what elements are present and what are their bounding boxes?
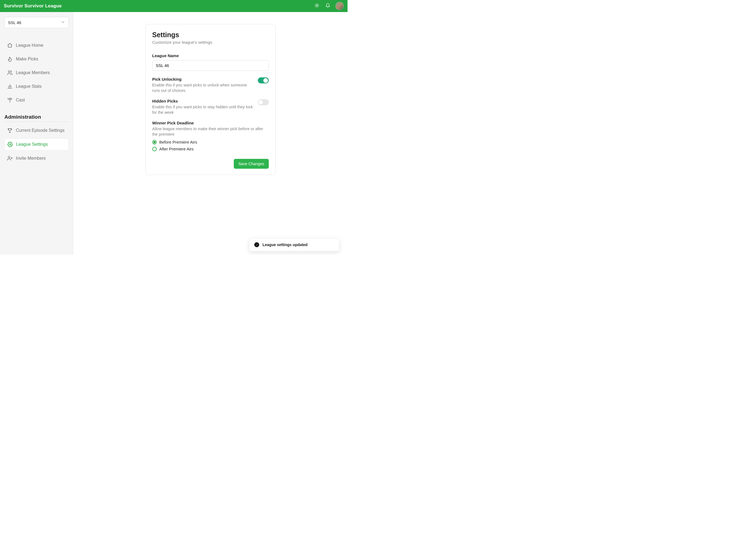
bell-icon <box>325 3 330 9</box>
theme-toggle-button[interactable] <box>312 1 322 11</box>
sidebar-item-label: League Home <box>16 43 44 48</box>
sidebar: SSL 46 League Home Make Picks League Mem… <box>0 12 73 255</box>
divider <box>4 122 69 122</box>
sidebar-item-league-stats[interactable]: League Stats <box>4 81 69 92</box>
check-circle-icon <box>254 242 259 247</box>
svg-line-3 <box>315 4 316 4</box>
sidebar-item-league-members[interactable]: League Members <box>4 67 69 78</box>
sidebar-item-league-home[interactable]: League Home <box>4 40 69 51</box>
sidebar-item-cast[interactable]: Cast <box>4 94 69 106</box>
toast-message: League settings updated <box>262 243 308 247</box>
svg-point-14 <box>9 144 11 145</box>
chevron-down-icon <box>61 20 65 25</box>
sidebar-item-current-episode-settings[interactable]: Current Episode Settings <box>4 125 69 136</box>
radio-before-premiere[interactable]: Before Premiere Airs <box>152 140 269 144</box>
users-icon <box>7 70 12 75</box>
league-name-label: League Name <box>152 53 269 58</box>
pick-unlocking-desc: Enable this if you want picks to unlock … <box>152 82 254 93</box>
hidden-picks-desc: Enable this if you want picks to stay hi… <box>152 104 254 115</box>
settings-icon <box>7 142 13 147</box>
winner-deadline-title: Winner Pick Deadline <box>152 121 269 125</box>
card-title: Settings <box>152 31 269 39</box>
admin-heading: Administration <box>4 114 69 120</box>
radio-label: Before Premiere Airs <box>159 140 197 144</box>
hidden-picks-title: Hidden Picks <box>152 99 254 103</box>
save-button[interactable]: Save Changes <box>234 159 268 169</box>
hidden-picks-toggle[interactable] <box>258 99 269 105</box>
svg-line-7 <box>315 6 316 7</box>
user-plus-icon <box>7 156 12 161</box>
main-content: Settings Customize your league's setting… <box>73 12 347 255</box>
notifications-button[interactable] <box>323 1 333 11</box>
sun-icon <box>314 3 319 9</box>
sidebar-item-label: Make Picks <box>16 57 38 61</box>
palm-tree-icon <box>7 97 12 103</box>
sidebar-item-label: League Members <box>16 70 50 75</box>
trophy-icon <box>7 128 12 133</box>
radio-label: After Premiere Airs <box>159 147 194 151</box>
bar-chart-icon <box>7 84 12 89</box>
svg-point-15 <box>8 156 10 158</box>
sidebar-item-label: Current Episode Settings <box>16 128 65 133</box>
sidebar-item-label: Invite Members <box>16 156 46 161</box>
sidebar-item-label: League Settings <box>16 142 48 147</box>
sidebar-item-invite-members[interactable]: Invite Members <box>4 153 69 164</box>
sidebar-item-make-picks[interactable]: Make Picks <box>4 53 69 65</box>
league-select[interactable]: SSL 46 <box>4 17 69 28</box>
card-subtitle: Customize your league's settings <box>152 40 269 45</box>
pick-unlocking-toggle[interactable] <box>258 77 269 83</box>
app-title: Survivor Survivor League <box>4 3 62 9</box>
user-avatar[interactable] <box>335 2 344 10</box>
app-header: Survivor Survivor League <box>0 0 347 12</box>
toast-notification: League settings updated <box>249 238 339 251</box>
winner-deadline-desc: Allow league members to make their winne… <box>152 126 269 137</box>
radio-icon <box>152 147 157 151</box>
flame-icon <box>7 56 12 62</box>
sidebar-item-label: Cast <box>16 98 25 103</box>
svg-point-0 <box>316 5 318 6</box>
pick-unlocking-title: Pick Unlocking <box>152 77 254 81</box>
svg-point-9 <box>8 71 10 73</box>
radio-after-premiere[interactable]: After Premiere Airs <box>152 147 269 151</box>
sidebar-item-label: League Stats <box>16 84 42 89</box>
league-select-value: SSL 46 <box>8 20 21 25</box>
home-icon <box>7 43 12 48</box>
radio-icon <box>152 140 157 144</box>
settings-card: Settings Customize your league's setting… <box>146 24 276 175</box>
league-name-input[interactable] <box>152 60 269 71</box>
sidebar-item-league-settings[interactable]: League Settings <box>4 138 69 150</box>
